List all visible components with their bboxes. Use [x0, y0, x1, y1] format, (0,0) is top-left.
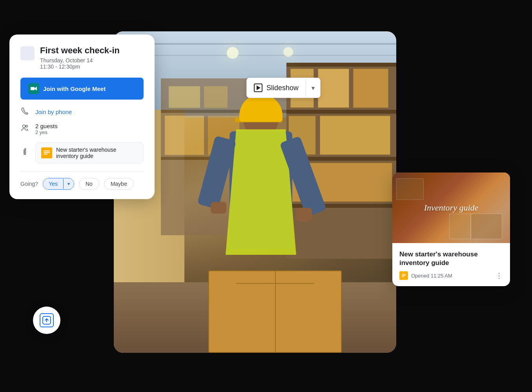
- slideshow-button-container: Slideshow ▾: [246, 78, 321, 98]
- phone-row: Join by phone: [20, 107, 144, 117]
- slideshow-main-button[interactable]: Slideshow: [247, 78, 306, 98]
- card-header: First week check-in Thursday, October 14…: [20, 45, 144, 70]
- attachment-row: New starter's warehouse inventory guide: [20, 142, 144, 163]
- doc-card-name: New starter's warehouse inventory guide: [399, 250, 503, 267]
- event-title: First week check-in: [40, 45, 120, 56]
- doc-card-header-title: Inventory guide: [424, 203, 479, 213]
- event-date: Thursday, October 14: [40, 57, 120, 64]
- meet-button-label: Join with Google Meet: [43, 85, 106, 92]
- guests-icon: [20, 123, 30, 134]
- svg-point-1: [23, 125, 26, 128]
- more-options-icon[interactable]: ⋮: [496, 271, 503, 280]
- attachment-doc-icon: [41, 147, 52, 158]
- slideshow-dropdown-button[interactable]: ▾: [306, 79, 320, 97]
- svg-rect-9: [402, 275, 406, 276]
- opened-text: Opened 11:25 AM: [411, 273, 452, 279]
- join-meet-button[interactable]: Join with Google Meet: [20, 78, 144, 100]
- svg-rect-10: [402, 276, 404, 277]
- phone-link[interactable]: Join by phone: [35, 109, 72, 115]
- upload-icon: [40, 313, 54, 327]
- calendar-icon: [20, 46, 35, 60]
- doc-card-body: New starter's warehouse inventory guide …: [392, 243, 510, 286]
- guests-info: 2 guests 2 yes: [35, 123, 58, 135]
- slides-icon: [399, 271, 408, 280]
- going-maybe-button[interactable]: Maybe: [104, 178, 134, 190]
- svg-rect-6: [44, 154, 47, 154]
- attachment-card[interactable]: New starter's warehouse inventory guide: [35, 142, 144, 163]
- svg-point-2: [26, 125, 28, 127]
- going-row: Going? Yes ▾ No Maybe: [20, 171, 144, 190]
- play-triangle: [257, 85, 261, 90]
- guests-row: 2 guests 2 yes: [20, 123, 144, 135]
- phone-icon: [20, 107, 30, 117]
- going-label: Going?: [20, 181, 38, 187]
- upload-button[interactable]: [33, 307, 60, 334]
- play-icon: [254, 83, 262, 92]
- document-card[interactable]: Inventory guide New starter's warehouse …: [392, 172, 510, 286]
- going-yes-main[interactable]: Yes: [43, 178, 63, 189]
- calendar-event-card: First week check-in Thursday, October 14…: [9, 34, 155, 199]
- guests-yes: 2 yes: [35, 129, 58, 135]
- svg-rect-8: [402, 274, 406, 275]
- doc-card-meta-left: Opened 11:25 AM: [399, 271, 452, 280]
- event-time: 11:30 - 12:30pm: [40, 64, 120, 70]
- event-info: First week check-in Thursday, October 14…: [40, 45, 120, 70]
- doc-card-meta: Opened 11:25 AM ⋮: [399, 271, 503, 280]
- attachment-icon: [20, 148, 30, 158]
- guests-count: 2 guests: [35, 123, 58, 129]
- google-meet-icon: [28, 83, 39, 94]
- going-yes-button[interactable]: Yes ▾: [43, 178, 74, 190]
- doc-card-header: Inventory guide: [392, 172, 510, 243]
- svg-rect-5: [44, 152, 50, 153]
- going-yes-dropdown[interactable]: ▾: [63, 179, 74, 189]
- svg-rect-4: [44, 151, 50, 151]
- attachment-name: New starter's warehouse inventory guide: [56, 147, 138, 159]
- slideshow-label: Slideshow: [266, 84, 299, 92]
- going-no-button[interactable]: No: [79, 178, 99, 190]
